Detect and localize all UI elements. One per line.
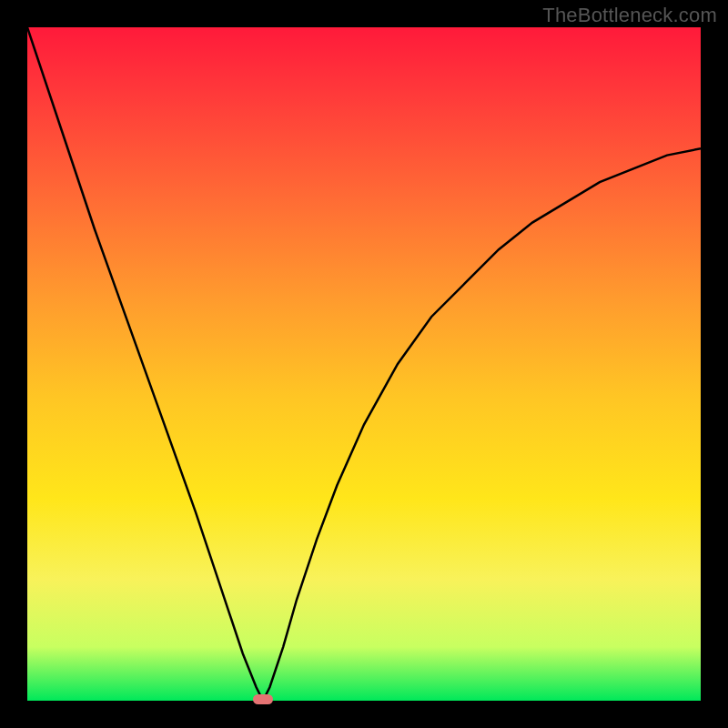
min-marker [253,694,273,704]
curve-path [27,27,701,701]
curve-svg [27,27,701,701]
plot-area [27,27,701,701]
watermark-text: TheBottleneck.com [542,4,717,27]
chart-frame: TheBottleneck.com [0,0,728,728]
